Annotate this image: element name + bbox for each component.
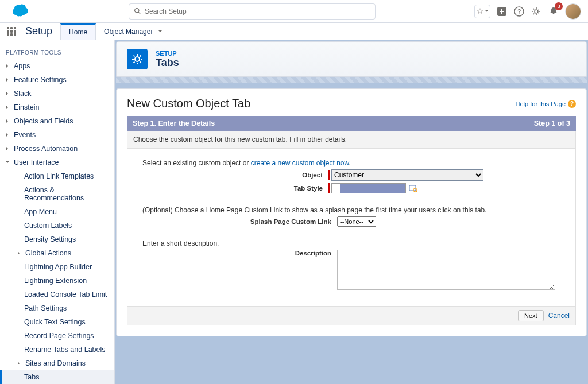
sidebar-item[interactable]: Record Page Settings	[0, 329, 114, 343]
waffle-icon	[7, 27, 16, 36]
desc-hint: Enter a short description.	[142, 239, 570, 247]
sidebar-item[interactable]: Slack	[0, 87, 114, 100]
sidebar-item[interactable]: Loaded Console Tab Limit	[0, 288, 114, 301]
sidebar-item[interactable]: Lightning Extension	[0, 274, 114, 288]
description-textarea[interactable]	[337, 250, 555, 290]
sidebar-item[interactable]: Feature Settings	[0, 73, 114, 87]
chevron-right-icon	[5, 63, 10, 69]
cancel-link[interactable]: Cancel	[548, 312, 570, 320]
page-eyebrow: SETUP	[156, 50, 179, 57]
sidebar-item[interactable]: Process Automation	[0, 142, 114, 156]
search-icon	[134, 7, 141, 15]
chevron-right-icon	[5, 132, 10, 138]
required-indicator	[328, 170, 330, 180]
sidebar-item[interactable]: Custom Labels	[0, 219, 114, 232]
page-header-icon	[127, 49, 148, 69]
help-for-page-link[interactable]: Help for this Page ?	[516, 100, 576, 108]
sidebar-item[interactable]: Quick Text Settings	[0, 315, 114, 329]
gear-icon	[131, 53, 144, 65]
sidebar-item[interactable]: Objects and Fields	[0, 114, 114, 128]
help-button[interactable]: ?	[513, 6, 525, 17]
app-name: Setup	[25, 25, 52, 37]
button-bar: Next Cancel	[127, 307, 576, 325]
tab-style-input[interactable]	[331, 183, 406, 193]
sidebar-item[interactable]: Apps	[0, 59, 114, 73]
app-launcher[interactable]	[0, 23, 23, 40]
sidebar-item[interactable]: Rename Tabs and Labels	[0, 343, 114, 356]
splash-select[interactable]: --None--	[337, 216, 376, 227]
chevron-right-icon	[5, 118, 10, 124]
step-bar: Step 1. Enter the Details Step 1 of 3	[127, 116, 576, 131]
help-icon: ?	[568, 100, 576, 108]
label-splash: Splash Page Custom Link	[133, 218, 337, 225]
nav-tab-home[interactable]: Home	[60, 23, 96, 40]
svg-point-0	[135, 9, 139, 13]
chevron-right-icon	[16, 360, 22, 366]
global-actions-button[interactable]	[496, 6, 508, 17]
object-select[interactable]: Customer	[331, 169, 483, 181]
label-object: Object	[133, 172, 328, 179]
sidebar-item[interactable]: Events	[0, 128, 114, 142]
sidebar-item-user-interface[interactable]: User Interface	[0, 156, 114, 169]
lookup-icon	[409, 184, 418, 193]
sidebar-item[interactable]: App Menu	[0, 205, 114, 219]
chevron-down-icon	[5, 160, 10, 165]
chevron-right-icon	[5, 104, 10, 110]
nav-tab-object-manager[interactable]: Object Manager	[96, 23, 171, 40]
page-title: Tabs	[156, 57, 179, 69]
context-nav: Setup Home Object Manager	[0, 23, 588, 40]
step-indicator: Step 1 of 3	[534, 119, 570, 127]
content-body: New Custom Object Tab Help for this Page…	[116, 88, 587, 336]
sidebar-item-tabs[interactable]: Tabs	[0, 370, 114, 384]
step-title: Step 1. Enter the Details	[133, 119, 215, 127]
sidebar-item-global-actions[interactable]: Global Actions	[0, 246, 114, 260]
next-button[interactable]: Next	[518, 310, 544, 321]
question-icon: ?	[514, 6, 524, 17]
chevron-right-icon	[16, 250, 22, 256]
global-header: ? 3	[0, 0, 588, 23]
chevron-right-icon	[5, 146, 10, 152]
plus-icon	[497, 6, 507, 17]
search-input[interactable]	[145, 7, 370, 15]
required-indicator	[328, 183, 330, 193]
content-area: SETUP Tabs New Custom Object Tab Help fo…	[115, 40, 588, 384]
sidebar-item[interactable]: Actions & Recommendations	[0, 183, 114, 205]
chevron-down-icon	[157, 29, 163, 34]
chevron-down-icon	[485, 9, 489, 13]
star-icon	[477, 8, 483, 15]
chevron-right-icon	[5, 91, 10, 96]
chevron-right-icon	[5, 77, 10, 83]
sidebar-item[interactable]: Path Settings	[0, 301, 114, 315]
tab-style-lookup-button[interactable]	[408, 183, 419, 193]
label-tab-style: Tab Style	[133, 185, 328, 192]
setup-gear-button[interactable]	[531, 6, 542, 17]
form-area: Select an existing custom object or crea…	[127, 149, 576, 307]
favorites-button[interactable]	[474, 5, 490, 18]
sidebar-item[interactable]: Lightning App Builder	[0, 260, 114, 274]
user-avatar[interactable]	[565, 3, 581, 20]
decorative-band	[116, 77, 587, 83]
notification-badge: 3	[555, 2, 563, 10]
global-search[interactable]	[129, 3, 376, 20]
create-custom-object-link[interactable]: create a new custom object now	[251, 159, 349, 167]
splash-hint: (Optional) Choose a Home Page Custom Lin…	[142, 206, 570, 214]
notifications-button[interactable]: 3	[548, 6, 559, 17]
sidebar-item-sites-domains[interactable]: Sites and Domains	[0, 356, 114, 370]
sidebar-section-header: PLATFORM TOOLS	[0, 44, 114, 59]
step-instruction: Choose the custom object for this new cu…	[127, 131, 576, 149]
gear-icon	[531, 6, 541, 17]
svg-line-9	[416, 191, 417, 192]
svg-point-6	[135, 57, 140, 61]
svg-text:?: ?	[517, 8, 521, 15]
sidebar-item[interactable]: Density Settings	[0, 232, 114, 246]
form-title: New Custom Object Tab	[127, 97, 250, 110]
sidebar-item[interactable]: Action Link Templates	[0, 169, 114, 183]
sidebar-item[interactable]: Einstein	[0, 100, 114, 114]
label-description: Description	[133, 250, 337, 257]
object-hint-text: Select an existing custom object or	[142, 159, 251, 167]
svg-point-5	[535, 10, 538, 13]
page-header: SETUP Tabs	[116, 41, 587, 77]
salesforce-logo[interactable]	[7, 2, 30, 20]
setup-tree: PLATFORM TOOLS AppsFeature SettingsSlack…	[0, 40, 115, 384]
svg-line-1	[138, 12, 140, 14]
